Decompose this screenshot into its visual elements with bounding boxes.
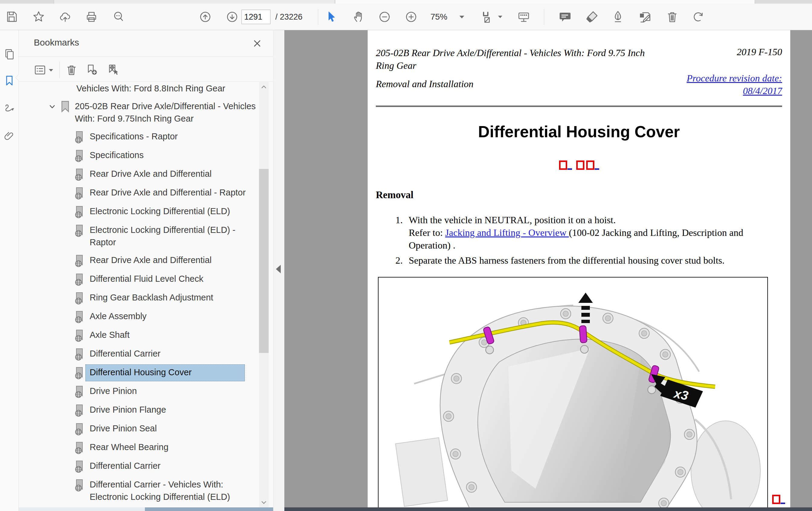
bookmark-item[interactable]: Drive Pinion Seal <box>19 420 259 438</box>
minus-circle-icon <box>378 10 391 24</box>
new-bookmark-button[interactable] <box>85 62 99 78</box>
bookmarks-hscrollbar[interactable] <box>19 507 273 511</box>
close-panel-button[interactable] <box>251 37 263 50</box>
bookmark-label: Specifications - Raptor <box>90 130 178 143</box>
edit-page-button[interactable] <box>637 9 653 25</box>
presentation-mode-button[interactable] <box>516 9 532 25</box>
scroll-up-icon[interactable] <box>261 84 267 90</box>
bookmark-label: Drive Pinion Flange <box>90 403 166 416</box>
bookmarks-scrollbar[interactable] <box>259 82 269 507</box>
header-rule <box>376 106 782 107</box>
bookmark-item[interactable]: Axle Shaft <box>19 326 259 345</box>
toolbar-divider <box>544 9 544 25</box>
bookmark-label: Ring Gear Backlash Adjustment <box>90 291 213 304</box>
print-button[interactable] <box>83 9 99 25</box>
save-button[interactable] <box>4 9 20 25</box>
scrollbar-thumb[interactable] <box>259 169 269 353</box>
bookmark-label: Electronic Locking Differential (ELD) - … <box>90 224 259 248</box>
doc-subheader: Removal and Installation <box>376 79 474 90</box>
page-number-input[interactable] <box>241 10 270 24</box>
section-heading: Removal <box>376 189 413 201</box>
page-fit-button[interactable] <box>480 9 496 25</box>
bookmark-item[interactable]: Specifications - Raptor <box>19 128 259 146</box>
step-number: 1. <box>396 214 403 226</box>
previous-page-button[interactable] <box>197 9 213 25</box>
document-tab[interactable] <box>54 0 335 4</box>
bookmark-item[interactable]: Rear Wheel Bearing <box>19 438 259 457</box>
bookmark-item[interactable]: Drive Pinion <box>19 382 259 401</box>
web-bookmark-icon <box>74 385 86 398</box>
select-cursor-icon <box>324 10 338 24</box>
zoom-in-button[interactable] <box>403 9 419 25</box>
panel-toolbar-divider <box>59 61 60 78</box>
bookmark-item[interactable]: Rear Drive Axle and Differential - Rapto… <box>19 184 259 202</box>
fountain-pen-icon <box>611 10 625 24</box>
rotate-button[interactable] <box>690 9 706 25</box>
share-cloud-button[interactable] <box>57 9 74 25</box>
bookmark-item[interactable]: Differential Housing Cover <box>19 363 259 382</box>
bookmark-item[interactable]: Specifications <box>19 146 259 165</box>
bookmark-label: Rear Drive Axle and Differential - Rapto… <box>90 186 246 199</box>
highlight-button[interactable] <box>584 9 600 25</box>
bookmark-expand-toggle[interactable] <box>47 100 57 113</box>
bookmark-item[interactable]: Rear Drive Axle and Differential <box>19 165 259 184</box>
delete-bookmark-button[interactable] <box>64 62 79 78</box>
search-icon <box>112 10 125 24</box>
bookmark-item[interactable]: Rear Drive Axle and Differential <box>19 251 259 270</box>
doc-header-left: 205-02B Rear Drive Axle/Differential - V… <box>376 47 666 72</box>
x3-label: x3 <box>672 386 690 403</box>
zoom-level-value[interactable]: 75% <box>425 4 453 30</box>
bookmark-item[interactable]: Differential Carrier <box>19 345 259 363</box>
star-button[interactable] <box>30 9 47 25</box>
bookmark-options-button[interactable] <box>33 62 48 78</box>
active-document-tab[interactable] <box>336 0 755 4</box>
paperclip-icon <box>3 130 16 142</box>
bookmark-item[interactable]: Differential Carrier - Vehicles With: El… <box>19 476 259 506</box>
bookmark-item[interactable]: Drive Pinion Flange <box>19 401 259 420</box>
star-icon <box>32 10 45 24</box>
signatures-panel-button[interactable] <box>3 102 16 115</box>
web-bookmark-icon <box>74 291 86 305</box>
bookmark-item[interactable]: Electronic Locking Differential (ELD) <box>19 202 259 221</box>
presentation-screen-icon <box>517 10 530 24</box>
web-bookmark-icon <box>74 366 86 380</box>
zoom-dropdown-caret[interactable] <box>459 16 464 19</box>
bookmark-label: Differential Fluid Level Check <box>90 273 203 285</box>
bookmark-item[interactable]: 205-02B Rear Drive Axle/Differential - V… <box>19 97 259 128</box>
sign-button[interactable] <box>610 9 626 25</box>
page-fit-caret[interactable] <box>498 16 502 18</box>
attachments-panel-button[interactable] <box>3 129 16 142</box>
bookmark-item[interactable]: Differential Carrier <box>19 457 259 476</box>
bookmark-label: 205-02B Rear Drive Axle/Differential - V… <box>75 100 256 125</box>
bookmark-item[interactable]: Vehicles With: Ford 8.8Inch Ring Gear <box>19 82 259 97</box>
bookmark-item[interactable]: Differential Fluid Level Check <box>19 270 259 289</box>
zoom-out-button[interactable] <box>376 9 393 25</box>
options-caret[interactable] <box>49 69 53 71</box>
jacking-lifting-link[interactable]: Jacking and Lifting - Overview <box>445 227 569 238</box>
hand-tool-button[interactable] <box>350 9 367 25</box>
hscrollbar-thumb[interactable] <box>145 507 273 511</box>
comment-button[interactable] <box>557 9 573 25</box>
document-viewport[interactable]: 205-02B Rear Drive Axle/Differential - V… <box>284 30 812 511</box>
taskbar-edge <box>284 507 812 511</box>
plus-circle-icon <box>405 10 418 24</box>
scroll-down-icon[interactable] <box>261 499 267 506</box>
print-icon <box>85 10 98 24</box>
procedure-revision-link[interactable]: Procedure revision date: 08/4/2017 <box>687 72 782 97</box>
page-count-label: / 23226 <box>275 4 302 30</box>
bookmark-item[interactable]: Ring Gear Backlash Adjustment <box>19 289 259 307</box>
next-page-button[interactable] <box>224 9 240 25</box>
page-thumbnails-button[interactable] <box>3 48 16 61</box>
delete-button[interactable] <box>664 9 680 25</box>
find-button[interactable] <box>111 9 127 25</box>
web-bookmark-icon <box>74 441 86 454</box>
web-bookmark-icon <box>74 205 86 218</box>
signatures-icon <box>3 102 16 115</box>
bookmarks-panel-button[interactable] <box>3 74 16 88</box>
bookmark-item[interactable]: Axle Assembly <box>19 307 259 326</box>
bookmark-item[interactable]: Electronic Locking Differential (ELD) - … <box>19 221 259 251</box>
select-tool-button[interactable] <box>323 9 339 25</box>
web-bookmark-icon <box>74 168 86 181</box>
collapse-panel-handle[interactable] <box>276 265 281 273</box>
go-to-bookmark-button[interactable] <box>106 62 121 78</box>
